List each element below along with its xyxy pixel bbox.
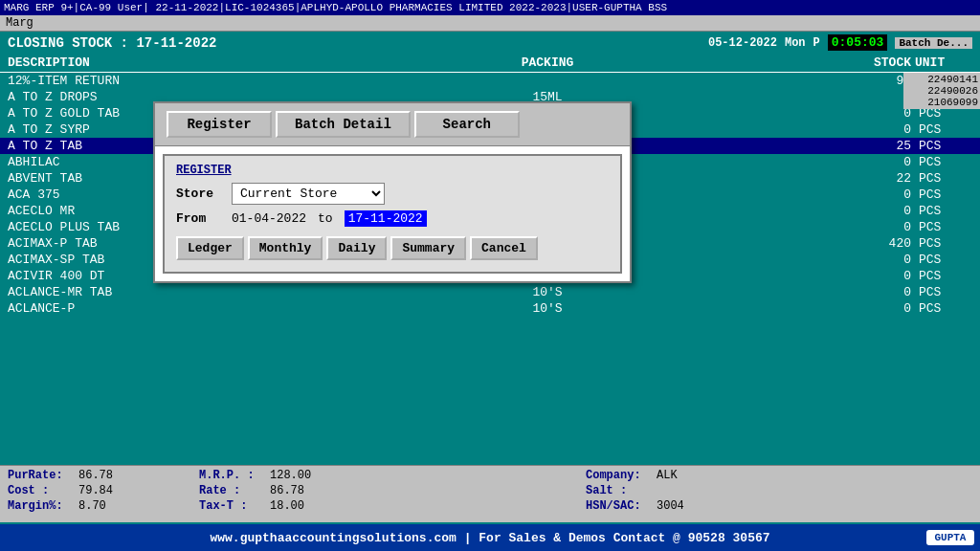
tax-label: Tax-T : xyxy=(199,499,266,513)
row-stock: 0 xyxy=(800,122,915,137)
row-stock: 0 xyxy=(800,253,915,267)
row-desc: ACLANCE-P xyxy=(8,301,295,316)
row-unit: PCS xyxy=(915,187,972,202)
salt-label: Salt : xyxy=(586,484,653,497)
company-value: ALK xyxy=(657,469,678,482)
cost-value: 79.84 xyxy=(78,484,113,497)
rate-label: Rate : xyxy=(199,484,266,497)
row-stock: 0 xyxy=(800,301,915,316)
batch-detail-button[interactable]: Batch Detail xyxy=(276,111,411,138)
cost-label: Cost : xyxy=(8,484,75,497)
footer-logo: GUPTA xyxy=(926,530,974,545)
period-display: P xyxy=(813,36,820,50)
mrp-value: 128.00 xyxy=(270,469,311,482)
store-label: Store xyxy=(176,187,224,201)
column-headers: DESCRIPTION PACKING STOCK UNIT xyxy=(0,54,980,73)
status-col-1: PurRate: 86.78 Cost : 79.84 Margin%: 8.7… xyxy=(8,469,199,519)
date-range-row: From 01-04-2022 to 17-11-2022 xyxy=(176,210,609,227)
sidebar-item: 22490141 xyxy=(905,74,978,85)
table-area: 12%-ITEM RETURN 99 PCS A TO Z DROPS 15ML… xyxy=(0,73,980,317)
row-unit: PCS xyxy=(915,269,972,283)
time-display: 0:05:03 xyxy=(828,34,888,51)
row-stock: 22 xyxy=(800,171,915,186)
row-unit: PCS xyxy=(915,171,972,186)
rate-value: 86.78 xyxy=(270,484,304,497)
store-select[interactable]: Current Store xyxy=(232,183,385,205)
batch-detail-header: Batch De... xyxy=(895,37,972,49)
row-stock: 25 xyxy=(800,139,915,153)
search-button[interactable]: Search xyxy=(414,111,520,138)
right-sidebar: 224901412249002621069099 xyxy=(903,73,980,109)
company-label: Company: xyxy=(586,469,653,482)
table-row[interactable]: ACLANCE-P 10'S 0 PCS xyxy=(0,300,980,317)
row-desc: 12%-ITEM RETURN xyxy=(8,74,295,88)
hsn-label: HSN/SAC: xyxy=(586,499,653,513)
menu-bar: Marg xyxy=(0,15,980,32)
row-packing: 10'S xyxy=(295,301,800,316)
to-date[interactable]: 17-11-2022 xyxy=(345,210,427,227)
row-stock: 0 xyxy=(800,220,915,234)
row-unit: PCS xyxy=(915,301,972,316)
reg-action-cancel-button[interactable]: Cancel xyxy=(470,236,538,260)
store-row: Store Current Store xyxy=(176,183,609,205)
row-stock: 0 xyxy=(800,155,915,169)
reg-action-monthly-button[interactable]: Monthly xyxy=(248,236,323,260)
from-label: From xyxy=(176,211,224,226)
row-unit: PCS xyxy=(915,285,972,299)
title-text: MARG ERP 9+|CA-99 User| 22-11-2022|LIC-1… xyxy=(4,2,667,13)
register-actions: LedgerMonthlyDailySummaryCancel xyxy=(176,232,609,264)
row-unit: PCS xyxy=(915,155,972,169)
popup-buttons: Register Batch Detail Search xyxy=(155,103,630,146)
row-unit: PCS xyxy=(915,139,972,153)
status-col-2: M.R.P. : 128.00 Rate : 86.78 Tax-T : 18.… xyxy=(199,469,586,519)
row-stock: 99 xyxy=(800,74,915,88)
col-description: DESCRIPTION xyxy=(8,55,295,70)
reg-action-daily-button[interactable]: Daily xyxy=(326,236,387,260)
datetime-area: 05-12-2022 Mon P 0:05:03 Batch De... xyxy=(708,34,972,51)
status-bar: PurRate: 86.78 Cost : 79.84 Margin%: 8.7… xyxy=(0,465,980,522)
row-stock: 0 xyxy=(800,106,915,121)
row-unit: PCS xyxy=(915,236,972,251)
pur-rate-value: 86.78 xyxy=(78,469,113,482)
mrp-label: M.R.P. : xyxy=(199,469,266,482)
col-packing: PACKING xyxy=(295,55,800,70)
day-display: Mon xyxy=(785,36,806,50)
row-unit: PCS xyxy=(915,204,972,218)
title-bar: MARG ERP 9+|CA-99 User| 22-11-2022|LIC-1… xyxy=(0,0,980,15)
margin-value: 8.70 xyxy=(78,499,106,513)
row-stock: 0 xyxy=(800,90,915,104)
from-date: 01-04-2022 xyxy=(232,211,306,226)
pur-rate-label: PurRate: xyxy=(8,469,75,482)
row-packing xyxy=(295,74,800,88)
row-stock: 0 xyxy=(800,187,915,202)
row-stock: 0 xyxy=(800,204,915,218)
reg-action-ledger-button[interactable]: Ledger xyxy=(176,236,244,260)
col-unit: UNIT xyxy=(915,55,972,70)
register-panel: REGISTER Store Current Store From 01-04-… xyxy=(163,154,622,274)
row-unit: PCS xyxy=(915,122,972,137)
table-row[interactable]: 12%-ITEM RETURN 99 PCS xyxy=(0,73,980,89)
sidebar-item: 22490026 xyxy=(905,85,978,97)
row-stock: 0 xyxy=(800,269,915,283)
row-unit: PCS xyxy=(915,220,972,234)
footer-text: www.gupthaaccountingsolutions.com | For … xyxy=(210,531,769,545)
date-display: 05-12-2022 xyxy=(708,36,777,50)
table-row[interactable]: ACLANCE-MR TAB 10'S 0 PCS xyxy=(0,284,980,300)
reg-action-summary-button[interactable]: Summary xyxy=(390,236,466,260)
popup-overlay: Register Batch Detail Search REGISTER St… xyxy=(153,101,632,283)
closing-stock-label: CLOSING STOCK : 17-11-2022 xyxy=(8,35,216,51)
margin-label: Margin%: xyxy=(8,499,75,513)
sidebar-item: 21069099 xyxy=(905,97,978,108)
row-stock: 420 xyxy=(800,236,915,251)
col-stock: STOCK xyxy=(800,55,915,70)
status-col-3: Company: ALK Salt : HSN/SAC: 3004 xyxy=(586,469,972,519)
row-unit: PCS xyxy=(915,253,972,267)
menu-text: Marg xyxy=(6,16,33,30)
row-stock: 0 xyxy=(800,285,915,299)
row-packing: 10'S xyxy=(295,285,800,299)
to-text: to xyxy=(318,211,333,226)
tax-value: 18.00 xyxy=(270,499,304,513)
footer: www.gupthaaccountingsolutions.com | For … xyxy=(0,524,980,551)
register-button[interactable]: Register xyxy=(167,111,272,138)
header-title-bar: CLOSING STOCK : 17-11-2022 05-12-2022 Mo… xyxy=(0,32,980,54)
